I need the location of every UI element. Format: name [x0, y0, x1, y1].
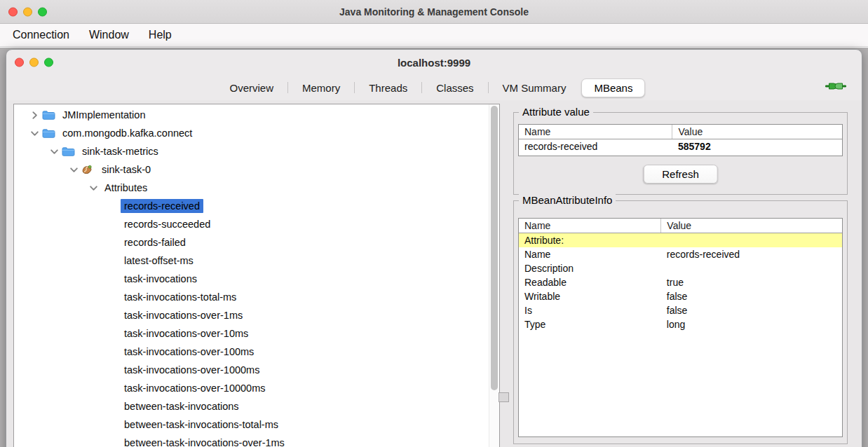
close-window-button[interactable]: [8, 7, 18, 16]
tree-item-task-invocations[interactable]: task-invocations: [14, 270, 488, 288]
tree-item-between-task-invocations[interactable]: between-task-invocations: [14, 397, 488, 415]
attribute-value-group-title: Attribute value: [519, 106, 593, 118]
cell-name: Description: [519, 261, 661, 275]
tab-bar: OverviewMemoryThreadsClassesVM SummaryMB…: [6, 75, 862, 100]
connection-status-icon: [825, 81, 846, 95]
tree-item-records-succeeded[interactable]: records-succeeded: [14, 215, 488, 233]
tree-label: between-task-invocations-over-1ms: [121, 436, 288, 447]
tree-label: between-task-invocations-total-ms: [121, 418, 282, 432]
column-header-name[interactable]: Name: [519, 219, 661, 233]
tree-label: records-failed: [121, 235, 189, 249]
mbean-attribute-info-table-container: NameValueAttribute:Namerecords-receivedD…: [518, 218, 843, 437]
column-header-value[interactable]: Value: [661, 219, 842, 233]
tree-scrollbar[interactable]: [489, 104, 499, 447]
table-row-type[interactable]: Typelong: [519, 317, 842, 331]
cell-value: [661, 261, 842, 275]
minimize-window-button[interactable]: [23, 7, 32, 16]
table-row-readable[interactable]: Readabletrue: [519, 275, 842, 289]
tree-item-task-invocations-over-1000ms[interactable]: task-invocations-over-1000ms: [14, 361, 488, 379]
chevron-expanded-icon[interactable]: [27, 129, 42, 138]
tab-separator: [354, 82, 355, 93]
tab-group: OverviewMemoryThreadsClassesVM SummaryMB…: [223, 78, 646, 97]
column-header-value[interactable]: Value: [672, 125, 842, 139]
cell-name: Type: [519, 317, 661, 331]
menu-help[interactable]: Help: [139, 29, 182, 41]
tree-item-attributes[interactable]: Attributes: [14, 179, 488, 197]
tab-separator: [287, 82, 288, 93]
tree-item-sink-task-metrics[interactable]: sink-task-metrics: [14, 142, 488, 160]
tree-label: between-task-invocations: [121, 399, 243, 413]
menu-window[interactable]: Window: [79, 29, 139, 41]
tree-item-jmimplementation[interactable]: JMImplementation: [14, 106, 488, 124]
chevron-expanded-icon[interactable]: [86, 184, 101, 193]
attribute-detail-panel: Attribute value NameValuerecords-receive…: [508, 100, 853, 447]
tree-item-records-received[interactable]: records-received: [14, 197, 488, 215]
mbean-attribute-info-table: NameValueAttribute:Namerecords-receivedD…: [519, 219, 842, 331]
header-row: NameValue: [519, 125, 842, 139]
tree-item-task-invocations-over-100ms[interactable]: task-invocations-over-100ms: [14, 343, 488, 361]
attribute-value-group: Attribute value NameValuerecords-receive…: [513, 112, 848, 195]
tree-item-latest-offset-ms[interactable]: latest-offset-ms: [14, 252, 488, 270]
close-window-button[interactable]: [15, 58, 24, 67]
tree-item-task-invocations-over-10000ms[interactable]: task-invocations-over-10000ms: [14, 379, 488, 397]
tree-label: Attributes: [101, 181, 151, 195]
tab-separator: [488, 82, 489, 93]
cell-name: Writable: [519, 289, 661, 303]
table-row-name[interactable]: Namerecords-received: [519, 247, 842, 261]
tab-threads[interactable]: Threads: [362, 80, 414, 96]
tab-vm-summary[interactable]: VM Summary: [496, 80, 574, 96]
cell-value: true: [661, 275, 842, 289]
tree-item-task-invocations-over-1ms[interactable]: task-invocations-over-1ms: [14, 306, 488, 324]
tab-overview[interactable]: Overview: [223, 80, 281, 96]
mbean-tree: JMImplementationcom.mongodb.kafka.connec…: [14, 106, 488, 447]
chevron-collapsed-icon[interactable]: [27, 111, 42, 120]
cell-value: false: [661, 289, 842, 303]
mbean-attribute-info-group-title: MBeanAttributeInfo: [519, 194, 616, 206]
tree-item-com-mongodb-kafka-connect[interactable]: com.mongodb.kafka.connect: [14, 124, 488, 142]
tree-item-sink-task-0[interactable]: sink-task-0: [14, 160, 488, 179]
mbean-icon: [81, 164, 98, 175]
tree-item-between-task-invocations-over-1ms[interactable]: between-task-invocations-over-1ms: [14, 434, 488, 447]
cell-value: long: [661, 317, 842, 331]
tree-scrollbar-thumb[interactable]: [491, 106, 498, 390]
cell-name: records-received: [519, 139, 672, 154]
tab-mbeans[interactable]: MBeans: [581, 78, 645, 97]
tree-item-task-invocations-over-10ms[interactable]: task-invocations-over-10ms: [14, 324, 488, 343]
zoom-window-button[interactable]: [38, 7, 47, 16]
menu-bar: ConnectionWindowHelp: [0, 24, 868, 47]
refresh-button[interactable]: Refresh: [643, 165, 718, 184]
cell-name: Is: [519, 303, 661, 317]
connection-window: localhost:9999 OverviewMemoryThreadsClas…: [6, 49, 862, 447]
tree-label: task-invocations-over-10ms: [121, 326, 252, 341]
table-row-is[interactable]: Isfalse: [519, 303, 842, 317]
mbean-attribute-info-group: MBeanAttributeInfo NameValueAttribute:Na…: [513, 200, 848, 444]
desktop-background: localhost:9999 OverviewMemoryThreadsClas…: [0, 48, 868, 447]
jconsole-app: Java Monitoring & Management Console Con…: [0, 0, 868, 447]
connection-window-titlebar: localhost:9999: [6, 50, 862, 75]
table-row-description[interactable]: Description: [519, 261, 842, 275]
zoom-window-button[interactable]: [44, 58, 53, 67]
tab-classes[interactable]: Classes: [429, 80, 480, 96]
chevron-expanded-icon[interactable]: [66, 165, 81, 174]
split-divider[interactable]: [500, 104, 508, 447]
tree-item-records-failed[interactable]: records-failed: [14, 233, 488, 252]
cell-value: records-received: [661, 247, 842, 261]
tree-label: JMImplementation: [59, 108, 149, 122]
tab-memory[interactable]: Memory: [295, 80, 347, 96]
tree-label: sink-task-metrics: [79, 144, 162, 158]
minimize-window-button[interactable]: [29, 58, 39, 67]
table-row-writable[interactable]: Writablefalse: [519, 289, 842, 303]
tree-label: task-invocations-over-100ms: [121, 345, 257, 359]
chevron-expanded-icon[interactable]: [46, 147, 62, 156]
tree-item-between-task-invocations-total-ms[interactable]: between-task-invocations-total-ms: [14, 415, 488, 434]
folder-icon: [62, 146, 79, 157]
tree-label: task-invocations-over-1ms: [121, 308, 246, 322]
column-header-name[interactable]: Name: [519, 125, 672, 139]
menu-connection[interactable]: Connection: [3, 29, 79, 41]
table-row-attribute[interactable]: Attribute:: [519, 233, 842, 248]
table-row-records-received[interactable]: records-received585792: [519, 139, 842, 154]
main-window-titlebar: Java Monitoring & Management Console: [0, 0, 868, 24]
connection-title: localhost:9999: [398, 57, 470, 69]
tree-item-task-invocations-total-ms[interactable]: task-invocations-total-ms: [14, 288, 488, 306]
tree-label: latest-offset-ms: [121, 254, 197, 268]
